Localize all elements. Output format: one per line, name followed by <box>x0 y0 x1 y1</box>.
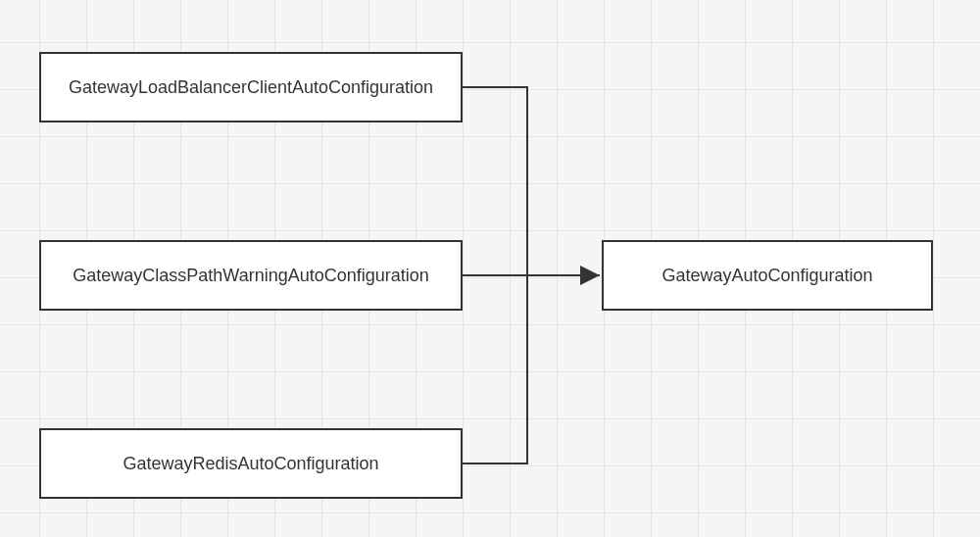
node-label: GatewayLoadBalancerClientAutoConfigurati… <box>69 77 433 98</box>
node-classpath-warning: GatewayClassPathWarningAutoConfiguration <box>39 240 463 311</box>
node-load-balancer: GatewayLoadBalancerClientAutoConfigurati… <box>39 52 463 122</box>
node-redis: GatewayRedisAutoConfiguration <box>39 428 463 499</box>
node-label: GatewayRedisAutoConfiguration <box>122 454 378 474</box>
node-label: GatewayClassPathWarningAutoConfiguration <box>73 266 429 286</box>
node-auto-config: GatewayAutoConfiguration <box>602 240 933 311</box>
node-label: GatewayAutoConfiguration <box>662 266 872 286</box>
